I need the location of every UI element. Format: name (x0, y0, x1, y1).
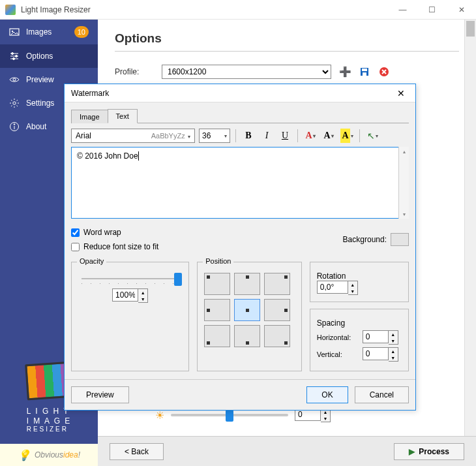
footer-brand[interactable]: 💡 Obviousidea! (0, 444, 98, 466)
reduce-font-checkbox[interactable] (71, 243, 80, 251)
highlight-button[interactable]: A▾ (340, 129, 354, 143)
ok-button[interactable]: OK (306, 386, 348, 403)
dialog-close-icon[interactable]: ✕ (393, 87, 409, 100)
opacity-group: Opacity ▲▼ (71, 262, 189, 371)
pos-bc[interactable] (234, 325, 260, 347)
play-icon: ▶ (409, 447, 415, 456)
dialog-title: Watermark (71, 89, 109, 98)
watermark-dialog: Watermark ✕ Image Text Arial AaBbYyZz ▾ … (64, 84, 416, 411)
tab-image[interactable]: Image (71, 110, 108, 123)
font-outline-button[interactable]: A▾ (321, 129, 336, 143)
svg-point-8 (13, 78, 16, 81)
spin-up[interactable]: ▲ (138, 289, 147, 296)
sidebar-item-label: Options (26, 52, 53, 61)
vertical-scrollbar[interactable] (464, 20, 476, 436)
svg-point-1 (12, 31, 13, 32)
spin-up[interactable]: ▲ (389, 331, 398, 337)
pos-tl[interactable] (204, 273, 230, 295)
spacing-h-value[interactable] (363, 330, 389, 343)
rotation-value[interactable] (317, 281, 348, 294)
save-profile-icon[interactable] (359, 66, 370, 78)
spin-down[interactable]: ▼ (138, 296, 147, 302)
opacity-value[interactable] (112, 288, 138, 302)
word-wrap-checkbox[interactable] (71, 228, 80, 237)
tab-text[interactable]: Text (108, 109, 138, 123)
back-button[interactable]: < Back (110, 443, 164, 460)
cancel-button[interactable]: Cancel (355, 386, 409, 403)
close-button[interactable]: ✕ (447, 0, 476, 20)
spin-down[interactable]: ▼ (389, 337, 398, 344)
minimize-button[interactable]: — (388, 0, 417, 20)
spin-up[interactable]: ▲ (389, 348, 398, 354)
sidebar-item-label: About (26, 122, 46, 131)
process-button[interactable]: ▶Process (394, 443, 464, 460)
pos-mr[interactable] (264, 299, 290, 321)
sidebar-item-options[interactable]: Options (0, 44, 98, 68)
svg-point-5 (12, 53, 14, 55)
spacing-v-label: Vertical: (317, 350, 359, 358)
pos-tc[interactable] (234, 273, 260, 295)
brightness-slider[interactable] (171, 414, 288, 416)
brightness-icon: ☀ (155, 409, 164, 422)
spin-down[interactable]: ▼ (389, 354, 398, 361)
font-size-select[interactable]: 36▾ (199, 129, 230, 143)
sliders-icon (9, 51, 20, 61)
svg-point-12 (14, 124, 15, 125)
titlebar: Light Image Resizer — ☐ ✕ (0, 0, 476, 20)
spacing-v-value[interactable] (363, 347, 389, 360)
sidebar-item-images[interactable]: Images 10 (0, 20, 98, 44)
preview-button[interactable]: Preview (71, 386, 129, 403)
opacity-legend: Opacity (77, 257, 106, 265)
insert-button[interactable]: ↖▾ (365, 129, 379, 143)
sidebar-item-label: Preview (26, 75, 54, 84)
svg-rect-15 (363, 72, 366, 76)
spacing-h-label: Horizontal: (317, 334, 359, 341)
background-label: Background: (343, 235, 387, 244)
word-wrap-label: Word wrap (83, 228, 121, 237)
add-profile-icon[interactable]: ➕ (339, 66, 351, 78)
font-family-select[interactable]: Arial AaBbYyZz ▾ (71, 129, 195, 143)
spin-down[interactable]: ▼ (321, 415, 330, 422)
footer-bar: < Back ▶Process (98, 436, 476, 466)
spacing-group: Spacing Horizontal: ▲▼ Vertical: ▲▼ (310, 309, 409, 371)
chevron-down-icon: ▾ (224, 133, 227, 139)
logo-text: L I G H T I M A G E RESIZER (27, 407, 72, 433)
rotation-group: Rotation ▲▼ (310, 262, 409, 302)
watermark-text-input[interactable]: © 2016 John Doe (71, 147, 409, 219)
images-icon (9, 27, 20, 37)
pos-bl[interactable] (204, 325, 230, 347)
background-color-picker[interactable] (391, 233, 409, 246)
textarea-scrollbar[interactable]: ▴▾ (398, 147, 409, 219)
svg-point-9 (13, 102, 16, 104)
info-icon (9, 121, 20, 132)
gear-icon (9, 98, 20, 108)
spin-up[interactable]: ▲ (348, 281, 357, 288)
svg-rect-14 (362, 69, 367, 71)
font-color-button[interactable]: A▾ (303, 129, 318, 143)
bold-button[interactable]: B (241, 129, 256, 143)
app-icon (5, 5, 16, 15)
position-legend: Position (203, 257, 233, 265)
spin-down[interactable]: ▼ (348, 288, 357, 294)
opacity-slider[interactable] (82, 278, 179, 279)
pos-ml[interactable] (204, 299, 230, 321)
underline-button[interactable]: U (278, 129, 292, 143)
rotation-legend: Rotation (317, 272, 346, 281)
pos-tr[interactable] (264, 273, 290, 295)
profile-select[interactable]: 1600x1200 (162, 65, 331, 79)
italic-button[interactable]: I (260, 129, 274, 143)
maximize-button[interactable]: ☐ (417, 0, 447, 20)
chevron-down-icon: ▾ (188, 134, 190, 140)
window-title: Light Image Resizer (21, 5, 388, 14)
position-group: Position (197, 262, 301, 371)
images-count-badge: 10 (74, 26, 89, 38)
dialog-titlebar[interactable]: Watermark ✕ (65, 84, 415, 102)
svg-point-7 (13, 58, 15, 60)
pos-mc[interactable] (234, 299, 260, 321)
spacing-legend: Spacing (317, 318, 345, 328)
bulb-icon: 💡 (18, 449, 31, 461)
profile-label: Profile: (115, 67, 154, 76)
pos-br[interactable] (264, 325, 290, 347)
svg-point-6 (16, 55, 18, 57)
delete-profile-icon[interactable] (378, 66, 390, 78)
